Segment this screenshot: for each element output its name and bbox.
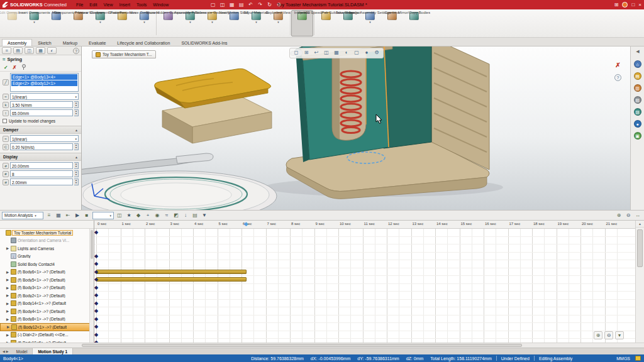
animation-wizard-button[interactable]: ★ <box>125 211 133 219</box>
auto-key-button[interactable]: ◆ <box>134 211 143 219</box>
coil-count-input[interactable]: 8 <box>10 170 73 177</box>
exploded-view-button[interactable]: Exploded View▼ <box>267 10 289 36</box>
new-icon[interactable]: ▢ <box>209 3 216 8</box>
view-settings-icon[interactable]: ⚙ <box>372 49 381 57</box>
menu-edit[interactable]: Edit <box>86 3 100 7</box>
menu-window[interactable]: Window <box>150 3 172 7</box>
calculate-button[interactable]: ▦ <box>54 211 63 219</box>
expander-icon[interactable]: ▶ <box>6 278 11 282</box>
dimxpert-manager-tab[interactable]: ▦ <box>36 47 45 54</box>
print-icon[interactable]: ▤ <box>238 3 245 8</box>
property-manager-tab[interactable]: ▤ <box>13 47 23 54</box>
design-library-icon[interactable]: ▥ <box>634 84 641 92</box>
solidworks-resources-icon[interactable]: ▤ <box>634 72 641 80</box>
timeline-vertical-scrollbar[interactable]: ▲ <box>635 221 644 343</box>
coil-diameter-spinner[interactable]: ▲▼ <box>74 162 79 169</box>
selection-item[interactable]: Edge<2> @Body12<1> <box>11 80 77 86</box>
expander-icon[interactable]: ▶ <box>6 246 11 250</box>
timeline-area[interactable]: 0 sec1 sec2 sec3 sec4 sec5 sec6 sec7 sec… <box>94 221 635 343</box>
zoom-fit-icon[interactable]: ◻ <box>292 49 301 57</box>
large-assembly-settings-button[interactable]: Large Assembly Settings▼ <box>359 10 381 36</box>
damper-constant-input[interactable]: 0.20 N/(m/s) <box>10 143 73 150</box>
expander-icon[interactable]: ▶ <box>6 286 11 290</box>
free-length-input[interactable]: 65.00mm <box>10 109 73 116</box>
damper-constant-spinner[interactable]: ▲▼ <box>74 143 79 150</box>
keyframe-diamond[interactable]: ◆ <box>94 285 98 290</box>
redo-icon[interactable]: ↷ <box>257 3 264 8</box>
hide-show-items-icon[interactable]: ▢ <box>352 49 361 57</box>
zoom-timeline-fit-button[interactable]: ↔ <box>633 211 642 219</box>
motionmanager-filter-button[interactable]: ≡ <box>45 211 53 219</box>
contact-button[interactable]: ◩ <box>172 211 180 219</box>
insert-components-button[interactable]: Insert Components▼ <box>23 10 45 36</box>
wire-diameter-spinner[interactable]: ▲▼ <box>74 178 79 185</box>
appearances-scenes-icon[interactable]: ● <box>634 120 641 128</box>
selection-item[interactable]: Edge<1> @Body13<4> <box>11 74 77 80</box>
keyframe-diamond[interactable]: ◆ <box>94 261 98 266</box>
expander-icon[interactable]: ▶ <box>6 317 11 321</box>
menu-tools[interactable]: Tools <box>133 3 150 7</box>
tab-sketch[interactable]: Sketch <box>32 39 57 46</box>
play-button[interactable]: ▶ <box>73 211 82 219</box>
task-pane-collapse-icon[interactable]: ◀ <box>631 49 644 54</box>
timeline-row[interactable]: ◆ <box>94 284 635 292</box>
menu-file[interactable]: File <box>73 3 86 7</box>
save-icon[interactable]: ▦ <box>228 3 235 8</box>
toaster-model[interactable] <box>286 47 489 199</box>
wire-diameter-input[interactable]: 2.00mm <box>10 178 73 185</box>
display-manager-tab[interactable]: ◐ <box>47 47 57 54</box>
stop-button[interactable]: ■ <box>82 211 91 219</box>
tab-motion-study-1[interactable]: Motion Study 1 <box>33 348 73 354</box>
zoom-area-icon[interactable]: ⊞ <box>302 49 311 57</box>
expander-icon[interactable]: ▶ <box>6 293 11 297</box>
tab-solidworks-add-ins[interactable]: SOLIDWORKS Add-Ins <box>175 39 233 46</box>
timeline-row[interactable]: ◆ <box>94 323 635 331</box>
timeline-zoom-out-button[interactable]: ⊖ <box>604 331 613 339</box>
timeline-row[interactable]: ◆ <box>94 331 635 339</box>
tree-item-lights-and-cameras[interactable]: ▶Lights and Cameras <box>0 244 94 253</box>
timeline-ruler[interactable]: 0 sec1 sec2 sec3 sec4 sec5 sec6 sec7 sec… <box>94 221 635 229</box>
tree-item-toy-toaster-mechan[interactable]: Toy Toaster Mechanism Tutorial <box>0 229 94 237</box>
tree-item-f-body6-1[interactable]: ▶(f) Body6<1> ->? (Default) <box>0 268 94 277</box>
undo-icon[interactable]: ↶ <box>247 3 254 8</box>
timeline-row[interactable]: ◆ <box>94 292 635 300</box>
menu-view[interactable]: View <box>100 3 116 7</box>
keyframe-diamond[interactable]: ◆ <box>94 254 98 259</box>
graph-results-button[interactable]: ▤ <box>191 211 199 219</box>
selection-listbox[interactable]: Edge<1> @Body13<4>Edge<2> @Body12<1> <box>10 73 79 92</box>
ok-button[interactable]: ✓ <box>4 65 8 70</box>
close-icon[interactable]: × <box>638 3 641 8</box>
keyframe-diamond[interactable]: ◆ <box>94 309 98 314</box>
new-motion-study-button[interactable]: New Motion Study <box>223 10 245 36</box>
free-length-spinner[interactable]: ▲▼ <box>74 109 79 116</box>
timeline-row[interactable]: ◆ <box>94 276 635 284</box>
timeline-row[interactable]: ◆ <box>94 300 635 308</box>
help-icon[interactable]: ? <box>73 48 79 54</box>
bill-of-materials-button[interactable]: Bill of Materials▼ <box>245 10 267 36</box>
maximize-icon[interactable]: □ <box>631 3 635 8</box>
display-section-header[interactable]: Display▲ <box>0 153 81 161</box>
status-units[interactable]: MMGS <box>616 356 630 361</box>
tree-item-dial-2-defau[interactable]: ▶(-) Dial<2> (Default) <<De... <box>0 331 94 339</box>
expander-icon[interactable]: ▶ <box>6 302 11 305</box>
timeline-change-bar[interactable] <box>96 270 247 274</box>
options-icon[interactable]: ⚙ <box>275 3 282 8</box>
help-corner-icon[interactable]: ? <box>614 74 621 81</box>
tree-item-gravity[interactable]: ↓Gravity <box>0 253 94 261</box>
expander-icon[interactable]: ▶ <box>6 309 11 313</box>
study-tab-nav[interactable]: ◀▶ <box>0 348 11 354</box>
file-explorer-icon[interactable]: ▧ <box>634 96 641 104</box>
keyframe-diamond[interactable]: ◆ <box>94 230 98 235</box>
expander-icon[interactable]: ▶ <box>6 333 11 337</box>
viewport-3d-scene[interactable] <box>82 47 630 210</box>
timeline-zoom-fit-button[interactable]: ▾ <box>615 331 624 339</box>
keyframe-diamond[interactable]: ◆ <box>94 293 98 298</box>
configuration-manager-tab[interactable]: ◫ <box>25 47 34 54</box>
tab-lifecycle-and-collaboration[interactable]: Lifecycle and Collaboration <box>111 39 175 46</box>
spring-button[interactable]: ≈ <box>162 211 171 219</box>
tab-assembly[interactable]: Assembly <box>2 39 32 46</box>
timeline-row[interactable]: ◆ <box>94 253 635 261</box>
spring-constant-input[interactable]: 3.50 N/mm <box>10 101 73 108</box>
motor-button[interactable]: ◉ <box>153 211 162 219</box>
tree-item-f-body12-1[interactable]: ▶(f) Body12<1> ->? (Default <box>0 323 94 331</box>
